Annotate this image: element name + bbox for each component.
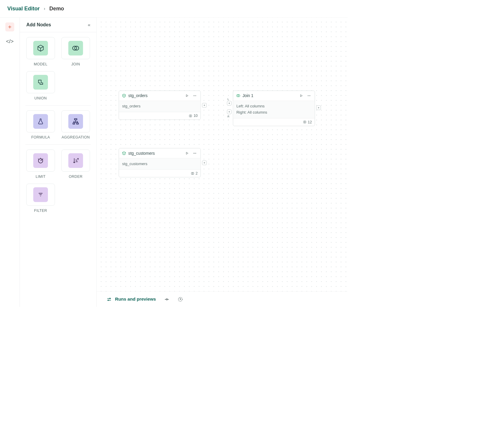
sidebar-title: Add Nodes xyxy=(26,22,51,28)
node-menu-button[interactable] xyxy=(192,93,198,99)
palette-item-limit[interactable]: LIMIT xyxy=(25,149,56,179)
palette-item-filter[interactable]: FILTER xyxy=(25,184,56,213)
canvas[interactable]: stg_orders stg_orders 10 xyxy=(97,17,348,291)
node-palette-sidebar: Add Nodes ‹‹ MODEL JOIN xyxy=(20,17,97,307)
svg-point-11 xyxy=(195,153,195,154)
svg-point-7 xyxy=(195,95,195,96)
palette-item-formula[interactable]: FORMULA xyxy=(25,110,56,140)
input-port-right[interactable] xyxy=(227,109,232,114)
help-button[interactable] xyxy=(177,296,183,302)
columns-icon xyxy=(189,114,192,117)
plus-icon xyxy=(228,111,230,113)
palette-item-label: FILTER xyxy=(34,209,47,213)
run-node-button[interactable] xyxy=(184,93,190,99)
run-node-button[interactable] xyxy=(298,93,304,99)
input-port-left[interactable] xyxy=(227,101,232,105)
sort-icon xyxy=(72,157,79,164)
play-icon xyxy=(299,94,303,97)
run-node-button[interactable] xyxy=(184,150,190,156)
play-icon xyxy=(185,94,189,97)
palette-item-join[interactable]: JOIN xyxy=(61,37,91,67)
column-count: 10 xyxy=(193,114,198,118)
cube-icon xyxy=(122,93,126,98)
svg-point-10 xyxy=(193,153,194,154)
runs-and-previews-button[interactable]: Runs and previews xyxy=(106,296,156,302)
code-icon: </> xyxy=(6,38,14,44)
palette-item-label: LIMIT xyxy=(35,175,45,179)
palette-item-model[interactable]: MODEL xyxy=(25,37,56,67)
breadcrumb: Visual Editor › Demo xyxy=(0,0,348,17)
svg-rect-19 xyxy=(303,121,306,123)
palette-item-label: AGGREGATION xyxy=(62,135,90,139)
filter-icon xyxy=(37,191,44,198)
svg-rect-9 xyxy=(189,115,192,117)
left-rail: </> xyxy=(0,17,20,307)
columns-icon xyxy=(303,120,306,124)
node-stg-customers[interactable]: stg_customers stg_customers 2 xyxy=(119,148,201,178)
svg-point-18 xyxy=(310,95,310,96)
svg-point-12 xyxy=(196,153,196,154)
column-count: 2 xyxy=(196,171,198,175)
add-node-button[interactable] xyxy=(5,22,14,31)
port-label-left: L xyxy=(227,98,229,101)
palette-item-aggregation[interactable]: AGGREGATION xyxy=(61,110,91,140)
venn-icon xyxy=(72,44,80,52)
svg-point-5 xyxy=(38,159,43,163)
plus-icon xyxy=(228,102,230,104)
palette-item-label: UNION xyxy=(34,96,47,100)
double-chevron-left-icon: ‹‹ xyxy=(88,22,90,27)
output-port[interactable] xyxy=(316,106,321,110)
output-port[interactable] xyxy=(202,103,206,107)
canvas-area: stg_orders stg_orders 10 xyxy=(97,17,348,307)
commit-button[interactable] xyxy=(164,296,169,302)
svg-point-22 xyxy=(166,299,167,300)
sliders-icon xyxy=(106,296,112,302)
plus-icon xyxy=(8,25,12,29)
venn-icon xyxy=(236,93,240,98)
code-view-button[interactable]: </> xyxy=(5,37,14,46)
palette-item-label: FORMULA xyxy=(31,135,50,139)
port-label-right: R xyxy=(227,115,229,118)
play-icon xyxy=(185,151,189,155)
column-count: 12 xyxy=(308,120,312,124)
plus-icon xyxy=(317,107,320,109)
svg-rect-3 xyxy=(73,123,75,124)
join-right-label: Right: All columns xyxy=(236,109,311,116)
columns-icon xyxy=(191,172,194,175)
node-menu-button[interactable] xyxy=(192,150,198,156)
node-title: Join 1 xyxy=(243,93,296,98)
node-stg-orders[interactable]: stg_orders stg_orders 10 xyxy=(119,91,201,120)
svg-point-21 xyxy=(108,300,109,301)
svg-point-6 xyxy=(193,95,194,96)
palette-item-order[interactable]: ORDER xyxy=(61,149,91,179)
palette-item-label: ORDER xyxy=(69,175,83,179)
collapse-sidebar-button[interactable]: ‹‹ xyxy=(88,22,90,28)
svg-rect-4 xyxy=(77,123,78,124)
commit-icon xyxy=(164,296,169,302)
breadcrumb-page: Demo xyxy=(49,6,64,12)
runs-label: Runs and previews xyxy=(115,296,156,302)
cube-icon xyxy=(37,44,44,52)
breadcrumb-app[interactable]: Visual Editor xyxy=(7,6,40,12)
palette-item-union[interactable]: UNION xyxy=(25,71,56,101)
svg-rect-2 xyxy=(75,119,77,120)
dots-icon xyxy=(193,151,197,155)
gauge-icon xyxy=(37,157,44,164)
help-icon xyxy=(177,296,183,302)
node-title: stg_customers xyxy=(128,151,182,156)
output-port[interactable] xyxy=(202,161,206,165)
svg-point-8 xyxy=(196,95,196,96)
edges-layer xyxy=(97,17,158,48)
plus-icon xyxy=(203,162,206,164)
svg-point-16 xyxy=(308,95,308,96)
svg-rect-13 xyxy=(191,172,194,174)
cube-icon xyxy=(122,151,126,155)
node-join-1[interactable]: Join 1 Left: All columns Right: All colu… xyxy=(233,91,315,126)
union-icon xyxy=(37,78,44,86)
node-subtitle: stg_customers xyxy=(122,161,197,167)
plus-icon xyxy=(203,104,206,107)
dots-icon xyxy=(193,94,197,98)
node-menu-button[interactable] xyxy=(306,93,312,99)
svg-point-20 xyxy=(109,298,110,299)
beaker-icon xyxy=(37,118,44,125)
